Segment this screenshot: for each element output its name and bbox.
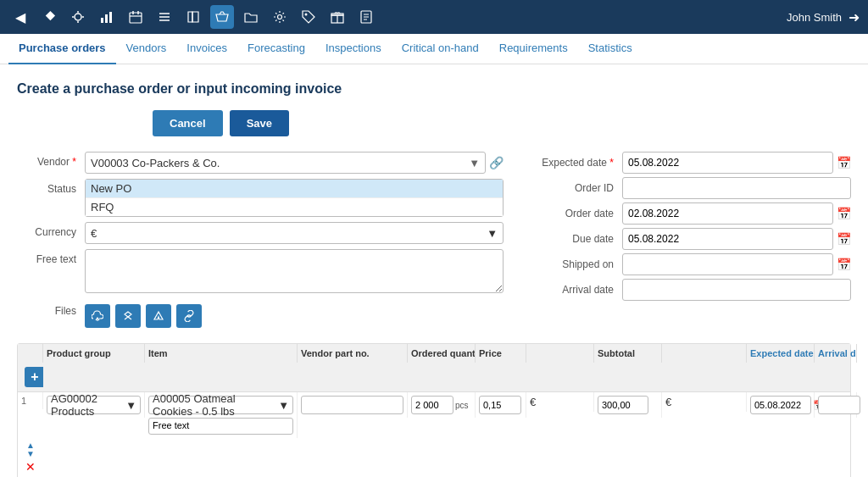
status-option-rfq[interactable]: RFQ	[86, 197, 503, 216]
form-left: Vendor V00003 Co-Packers & Co. ▼ 🔗 Statu…	[17, 152, 504, 333]
order-id-label: Order ID	[529, 182, 622, 194]
row1-subtotal-cur: €	[662, 392, 747, 412]
form-right: Expected date 📅 Order ID Order date 📅	[529, 152, 851, 333]
row1-price-input[interactable]	[479, 396, 521, 414]
row1-arrival-date-input[interactable]	[818, 396, 860, 414]
nav-item-purchase-orders[interactable]: Purchase orders	[8, 34, 116, 64]
user-name: John Smith	[787, 11, 842, 24]
row1-subtotal-currency: €	[665, 396, 671, 408]
row1-ordered-qty-input[interactable]	[411, 396, 453, 414]
row1-vendor-part-input[interactable]	[301, 396, 403, 414]
expected-date-calendar-icon[interactable]: 📅	[837, 156, 851, 169]
status-option-new-po[interactable]: New PO	[86, 180, 503, 197]
row1-item-caret: ▼	[278, 399, 289, 412]
nav-item-statistics[interactable]: Statistics	[578, 34, 643, 64]
svg-rect-20	[331, 14, 343, 15]
currency-select[interactable]: € ▼	[85, 222, 504, 244]
files-buttons	[85, 304, 504, 328]
add-row-button[interactable]: +	[25, 367, 43, 387]
currency-value: €	[91, 227, 97, 240]
dropbox-button[interactable]	[115, 304, 141, 328]
svg-point-17	[305, 14, 308, 16]
svg-rect-7	[105, 14, 108, 23]
doc-icon[interactable]	[354, 5, 378, 29]
row1-product-group-select[interactable]: AG00002 Products ▼	[47, 396, 141, 414]
nav-menu: Purchase orders Vendors Invoices Forecas…	[0, 34, 868, 64]
sun-icon[interactable]	[66, 5, 90, 29]
col-price: Price	[476, 344, 526, 363]
logout-icon[interactable]: ➜	[849, 9, 860, 25]
row1-item-select[interactable]: A00005 Oatmeal Cookies - 0.5 lbs ▼	[148, 396, 293, 414]
shipped-on-control: 📅	[622, 253, 851, 275]
order-id-control	[622, 177, 851, 199]
save-button[interactable]: Save	[230, 110, 289, 136]
nav-item-vendors[interactable]: Vendors	[116, 34, 177, 64]
calendar-icon[interactable]	[124, 5, 147, 29]
due-date-calendar-icon[interactable]: 📅	[837, 232, 851, 246]
row1-actions: ▲ ▼ ✕	[18, 438, 43, 477]
gdrive-button[interactable]	[146, 304, 171, 328]
currency-control: € ▼	[85, 222, 504, 244]
upload-cloud-button[interactable]	[85, 304, 110, 328]
free-text-input[interactable]	[85, 249, 504, 293]
gear-icon[interactable]	[268, 5, 292, 29]
row1-ordered-qty: pcs	[408, 392, 476, 418]
files-control	[85, 301, 504, 328]
row1-down-button[interactable]: ▼	[26, 450, 35, 458]
due-date-input[interactable]	[622, 228, 833, 250]
vendor-select[interactable]: V00003 Co-Packers & Co. ▼	[85, 152, 486, 174]
nav-item-invoices[interactable]: Invoices	[176, 34, 237, 64]
free-text-label: Free text	[17, 249, 85, 265]
chart-icon[interactable]	[95, 5, 119, 29]
page-title: Create a purchase order or input incomin…	[17, 81, 851, 97]
status-label: Status	[17, 179, 85, 195]
expected-date-input[interactable]	[622, 152, 833, 174]
row1-expected-date-input[interactable]	[750, 396, 811, 414]
tag-icon[interactable]	[297, 5, 320, 29]
order-date-calendar-icon[interactable]: 📅	[837, 207, 851, 220]
svg-marker-26	[125, 312, 131, 319]
nav-item-inspections[interactable]: Inspections	[315, 34, 392, 64]
main-content: Create a purchase order or input incomin…	[0, 64, 868, 477]
order-date-label: Order date	[529, 208, 622, 219]
status-dropdown[interactable]: New PO RFQ	[85, 179, 504, 217]
back-icon[interactable]: ◀	[8, 5, 32, 29]
nav-item-forecasting[interactable]: Forecasting	[237, 34, 315, 64]
folder-icon[interactable]	[239, 5, 263, 29]
vendor-value: V00003 Co-Packers & Co.	[91, 157, 220, 169]
files-row: Files	[17, 301, 504, 328]
cancel-button[interactable]: Cancel	[153, 110, 223, 136]
row1-price-currency: €	[530, 396, 536, 408]
list-icon[interactable]	[153, 5, 176, 29]
col-expected-date: Expected date	[747, 344, 815, 363]
row1-item-free-text[interactable]: Free text	[148, 418, 293, 435]
row1-delete-button[interactable]: ✕	[25, 460, 36, 474]
row1-qty-unit: pcs	[455, 401, 469, 410]
basket-icon[interactable]	[210, 5, 234, 29]
order-date-input[interactable]	[622, 202, 833, 225]
gift-icon[interactable]	[326, 5, 349, 29]
action-buttons: Cancel Save	[153, 110, 851, 136]
col-product-group: Product group	[43, 344, 145, 363]
diamond-icon[interactable]	[37, 5, 61, 29]
due-date-control: 📅	[622, 228, 851, 250]
order-id-input[interactable]	[622, 177, 851, 199]
table-row: 1 AG00002 Products ▼ A00005 Oatmeal Cook…	[18, 392, 850, 477]
row1-product-group: AG00002 Products ▼	[43, 392, 145, 418]
shipped-on-calendar-icon[interactable]: 📅	[837, 258, 851, 271]
user-area: John Smith ➜	[787, 9, 860, 25]
col-arrival-date: Arrival date	[815, 344, 857, 363]
col-actions: +	[18, 363, 43, 391]
currency-caret-icon: ▼	[487, 227, 498, 240]
row1-subtotal	[594, 392, 662, 418]
shipped-on-input[interactable]	[622, 253, 833, 275]
nav-item-critical-on-hand[interactable]: Critical on-hand	[392, 34, 489, 64]
row1-subtotal-input[interactable]	[598, 396, 648, 414]
order-date-control: 📅	[622, 202, 851, 225]
link-button[interactable]	[176, 304, 202, 328]
book-icon[interactable]	[181, 5, 205, 29]
nav-item-requirements[interactable]: Requirements	[489, 34, 578, 64]
arrival-date-input[interactable]	[622, 279, 851, 301]
order-id-row: Order ID	[529, 177, 851, 199]
vendor-link-icon[interactable]: 🔗	[489, 156, 504, 169]
